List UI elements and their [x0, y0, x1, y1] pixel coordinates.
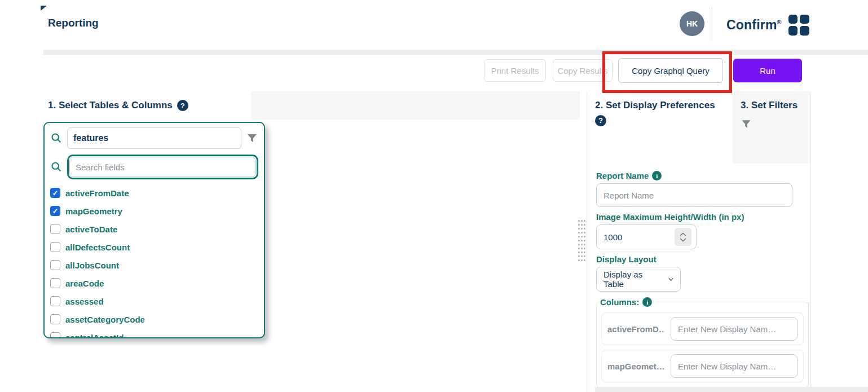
field-checkbox-row[interactable]: ✓ activeFromDate: [50, 184, 264, 202]
field-checkbox-row[interactable]: ✓ allDefectsCount: [50, 238, 264, 256]
search-icon: [50, 132, 63, 144]
field-label: assessed: [65, 297, 104, 306]
field-label: activeFromDate: [65, 188, 129, 198]
column-rename-row: activeFromD…: [601, 312, 804, 345]
filter-icon: [741, 118, 805, 132]
report-name-label: Report Name i: [596, 171, 810, 180]
panel-resize-handle[interactable]: [578, 219, 585, 262]
info-icon[interactable]: i: [652, 171, 662, 180]
checkbox[interactable]: ✓: [50, 314, 60, 324]
horizontal-scrollbar-track[interactable]: [595, 387, 868, 392]
field-label: allJobsCount: [65, 261, 119, 270]
display-layout-value: Display as Table: [603, 270, 662, 289]
field-label: assetCategoryCode: [65, 315, 145, 324]
field-label: allDefectsCount: [65, 243, 130, 252]
search-icon: [50, 161, 63, 173]
column-display-name-input[interactable]: [671, 317, 797, 341]
field-checkbox-row[interactable]: ✓ assessed: [50, 292, 264, 310]
header-separator-band: [43, 50, 868, 55]
image-max-size-value: 1000: [603, 232, 675, 242]
image-max-size-field[interactable]: 1000: [596, 224, 697, 249]
corner-marker: [41, 6, 47, 11]
registered-mark: ®: [777, 19, 782, 25]
image-max-label: Image Maximum Height/Width (in px): [596, 212, 810, 222]
help-icon[interactable]: ?: [177, 100, 188, 111]
field-checkbox-row[interactable]: ✓ centralAssetId: [50, 328, 264, 338]
table-search-row: [45, 123, 264, 150]
column-display-name-input[interactable]: [671, 354, 797, 378]
number-stepper[interactable]: [675, 228, 691, 246]
field-label: mapGeometry: [65, 206, 122, 216]
field-checkbox-row[interactable]: ✓ mapGeometry: [50, 202, 264, 220]
checkbox[interactable]: ✓: [50, 332, 60, 338]
tab-set-filters[interactable]: 3. Set Filters: [733, 91, 810, 164]
tab-select-tables-columns[interactable]: 1. Select Tables & Columns ?: [43, 91, 251, 120]
fields-checkbox-list: ✓ activeFromDate ✓ mapGeometry ✓ activeT…: [45, 180, 264, 338]
info-icon[interactable]: i: [642, 297, 652, 307]
checkbox[interactable]: ✓: [50, 206, 60, 216]
checkbox[interactable]: ✓: [50, 296, 60, 306]
field-search-focus-ring: [67, 155, 258, 179]
column-name: mapGeomet…: [607, 362, 665, 371]
tab-set-display-preferences[interactable]: 2. Set Display Preferences ?: [587, 91, 729, 164]
left-tab-strip: 1. Select Tables & Columns ?: [43, 91, 580, 120]
tab-filters-label: 3. Set Filters: [741, 98, 805, 113]
brand-area: Confirm®: [726, 12, 809, 37]
brand-logo-text: Confirm®: [726, 17, 782, 33]
field-search-input[interactable]: [69, 157, 256, 177]
checkbox[interactable]: ✓: [50, 224, 60, 234]
field-label: centralAssetId: [65, 333, 124, 339]
field-label: areaCode: [65, 279, 104, 288]
avatar[interactable]: HK: [680, 11, 704, 36]
field-label: activeToDate: [65, 224, 117, 234]
field-checkbox-row[interactable]: ✓ assetCategoryCode: [50, 310, 264, 328]
avatar-initials: HK: [686, 19, 698, 28]
display-layout-select[interactable]: Display as Table: [596, 267, 681, 292]
help-icon[interactable]: ?: [595, 115, 606, 126]
copy-results-button[interactable]: Copy Results: [553, 59, 613, 82]
checkbox[interactable]: ✓: [50, 278, 60, 288]
display-preferences-panel: 2. Set Display Preferences ? 3. Set Filt…: [587, 91, 811, 392]
checkbox[interactable]: ✓: [50, 260, 60, 270]
app-grid-icon[interactable]: [788, 15, 809, 36]
checkbox[interactable]: ✓: [50, 188, 60, 198]
display-layout-label: Display Layout: [596, 254, 810, 264]
page-title: Reporting: [48, 17, 99, 29]
tables-columns-panel: ✓ activeFromDate ✓ mapGeometry ✓ activeT…: [43, 122, 265, 338]
field-checkbox-row[interactable]: ✓ activeToDate: [50, 220, 264, 238]
select-tables-heading: 1. Select Tables & Columns: [48, 100, 173, 111]
table-search-input[interactable]: [67, 127, 241, 149]
field-search-row: [45, 150, 264, 180]
checkbox[interactable]: ✓: [50, 242, 60, 252]
header-divider: [712, 7, 712, 41]
right-tab-strip: 2. Set Display Preferences ? 3. Set Filt…: [587, 91, 810, 164]
column-rename-row: mapGeomet…: [601, 350, 804, 382]
run-button[interactable]: Run: [733, 59, 802, 82]
check-icon: ✓: [52, 190, 59, 197]
field-checkbox-row[interactable]: ✓ areaCode: [50, 274, 264, 292]
field-checkbox-row[interactable]: ✓ allJobsCount: [50, 256, 264, 274]
display-preferences-body: Report Name i Image Maximum Height/Width…: [587, 164, 810, 387]
report-name-input[interactable]: [596, 183, 792, 207]
chevron-down-icon: [667, 275, 675, 283]
column-name: activeFromD…: [607, 324, 665, 334]
tab-display-label: 2. Set Display Preferences ?: [595, 100, 715, 125]
columns-group: Columns: i activeFromD… mapGeomet…: [596, 297, 809, 387]
check-icon: ✓: [52, 208, 59, 215]
filter-icon[interactable]: [246, 132, 258, 144]
copy-graphql-query-button[interactable]: Copy Graphql Query: [618, 58, 723, 83]
print-results-button[interactable]: Print Results: [484, 59, 546, 82]
columns-label: Columns: i: [600, 297, 652, 307]
